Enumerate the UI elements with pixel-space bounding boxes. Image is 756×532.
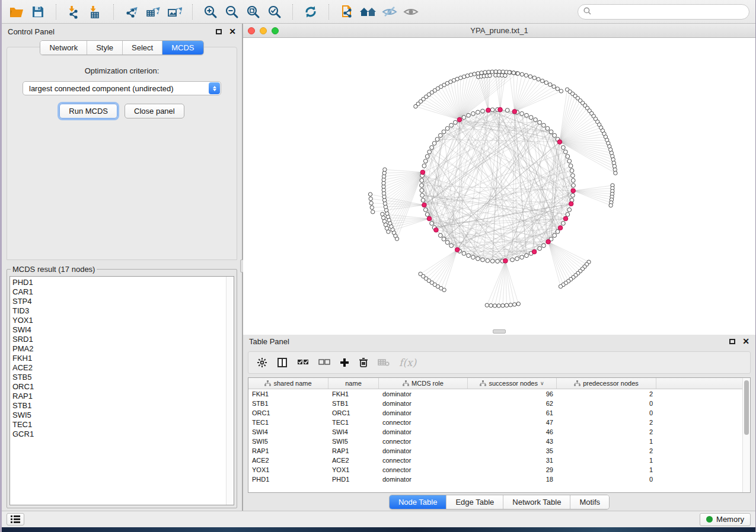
tab-select[interactable]: Select: [123, 41, 162, 55]
leaf-node[interactable]: [490, 70, 494, 73]
table-row[interactable]: FKH1FKH1dominator962: [248, 389, 742, 399]
leaf-node[interactable]: [501, 70, 505, 73]
ring-node[interactable]: [553, 233, 557, 238]
ring-node[interactable]: [538, 246, 542, 251]
save-session-icon[interactable]: [29, 4, 47, 20]
table-row[interactable]: TEC1TEC1connector472: [248, 418, 742, 427]
run-mcds-button[interactable]: Run MCDS: [59, 104, 117, 118]
ring-node[interactable]: [442, 130, 446, 134]
cell-shared-name[interactable]: STB1: [248, 400, 328, 407]
leaf-node[interactable]: [508, 70, 511, 74]
tab-motifs[interactable]: Motifs: [570, 495, 609, 509]
cell-MCDS-role[interactable]: dominator: [379, 447, 468, 454]
mcds-hub-node[interactable]: [569, 201, 573, 206]
mcds-hub-node[interactable]: [512, 110, 517, 114]
mcds-hub-node[interactable]: [455, 248, 460, 252]
mcds-hub-node[interactable]: [498, 107, 503, 112]
tab-style[interactable]: Style: [87, 41, 123, 55]
leaf-node[interactable]: [614, 171, 617, 175]
ring-node[interactable]: [572, 184, 576, 188]
mcds-hub-node[interactable]: [427, 216, 432, 221]
mcds-node-item[interactable]: SRD1: [12, 335, 224, 344]
export-image-icon[interactable]: [165, 4, 183, 20]
table-row[interactable]: YOX1YOX1connector291: [248, 465, 742, 475]
ring-node[interactable]: [571, 193, 575, 197]
mcds-hub-node[interactable]: [486, 108, 491, 113]
table-float-icon[interactable]: [729, 339, 735, 344]
cell-predecessor-nodes[interactable]: 2: [557, 447, 656, 454]
leaf-node[interactable]: [528, 75, 532, 78]
import-table-icon[interactable]: [87, 4, 104, 20]
cell-predecessor-nodes[interactable]: 1: [557, 438, 656, 445]
leaf-node[interactable]: [469, 73, 473, 76]
tab-mcds[interactable]: MCDS: [162, 41, 203, 55]
network-view[interactable]: [243, 38, 755, 335]
leaf-node[interactable]: [524, 73, 528, 77]
ring-node[interactable]: [462, 251, 466, 255]
mcds-node-item[interactable]: CAR1: [12, 287, 224, 297]
cell-MCDS-role[interactable]: dominator: [379, 400, 468, 407]
mcds-node-item[interactable]: RAP1: [12, 392, 224, 401]
ring-node[interactable]: [562, 146, 566, 150]
cell-predecessor-nodes[interactable]: 1: [557, 457, 656, 464]
table-row[interactable]: SWI4SWI4dominator462: [248, 427, 742, 437]
ring-node[interactable]: [542, 243, 546, 248]
cell-successor-nodes[interactable]: 43: [468, 438, 557, 445]
mcds-node-item[interactable]: PMA2: [12, 344, 224, 354]
ring-node[interactable]: [571, 174, 575, 178]
leaf-node[interactable]: [381, 216, 385, 219]
ring-node[interactable]: [563, 150, 567, 154]
deselect-all-icon[interactable]: [318, 358, 330, 367]
zoom-selected-icon[interactable]: [266, 4, 283, 20]
leaf-node[interactable]: [476, 72, 480, 75]
column-header-MCDS-role[interactable]: MCDS role: [379, 378, 468, 389]
mcds-node-item[interactable]: ACE2: [12, 363, 224, 373]
ring-node[interactable]: [435, 137, 439, 142]
leaf-node[interactable]: [548, 83, 552, 86]
cell-name[interactable]: SWI5: [328, 438, 379, 445]
ring-node[interactable]: [486, 259, 490, 263]
ring-node[interactable]: [569, 164, 573, 168]
ring-node[interactable]: [556, 230, 560, 234]
leaf-node[interactable]: [552, 85, 556, 88]
cell-successor-nodes[interactable]: 96: [468, 390, 557, 398]
table-row[interactable]: STB1STB1dominator620: [248, 399, 742, 408]
tab-edge-table[interactable]: Edge Table: [446, 495, 503, 509]
cell-name[interactable]: PHD1: [328, 476, 379, 483]
mcds-node-item[interactable]: STB5: [12, 373, 224, 382]
cell-shared-name[interactable]: SWI4: [248, 428, 328, 435]
cell-successor-nodes[interactable]: 18: [468, 476, 557, 483]
leaf-node[interactable]: [369, 201, 373, 205]
ring-node[interactable]: [438, 233, 442, 238]
ring-node[interactable]: [467, 113, 471, 117]
cell-successor-nodes[interactable]: 46: [468, 428, 557, 435]
table-row[interactable]: PHD1PHD1dominator180: [248, 475, 742, 484]
ring-node[interactable]: [425, 155, 429, 159]
zoom-out-icon[interactable]: [223, 4, 241, 20]
ring-node[interactable]: [445, 241, 449, 245]
leaf-node[interactable]: [497, 304, 500, 307]
ring-node[interactable]: [430, 146, 434, 150]
mcds-node-item[interactable]: SWI4: [12, 325, 224, 335]
ring-node[interactable]: [420, 178, 424, 182]
ring-node[interactable]: [542, 123, 546, 127]
ring-node[interactable]: [471, 255, 476, 259]
ring-node[interactable]: [553, 133, 557, 137]
mcds-node-item[interactable]: STB1: [12, 401, 224, 411]
leaf-node[interactable]: [383, 168, 387, 171]
import-network-icon[interactable]: [65, 4, 83, 20]
leaf-node[interactable]: [480, 71, 483, 75]
mcds-node-item[interactable]: SWI5: [12, 411, 224, 420]
mcds-node-item[interactable]: ORC1: [12, 382, 224, 392]
column-header-predecessor-nodes[interactable]: predecessor nodes: [557, 378, 656, 389]
leaf-node[interactable]: [541, 79, 544, 82]
mcds-node-item[interactable]: YOX1: [12, 316, 224, 325]
leaf-node[interactable]: [485, 303, 489, 307]
delete-rows-icon[interactable]: [359, 357, 368, 368]
ring-node[interactable]: [420, 188, 424, 193]
mcds-node-item[interactable]: TEC1: [12, 420, 224, 430]
ring-node[interactable]: [421, 198, 425, 203]
column-header-name[interactable]: name: [328, 378, 379, 389]
leaf-node[interactable]: [559, 284, 562, 288]
cell-shared-name[interactable]: PHD1: [248, 476, 328, 483]
